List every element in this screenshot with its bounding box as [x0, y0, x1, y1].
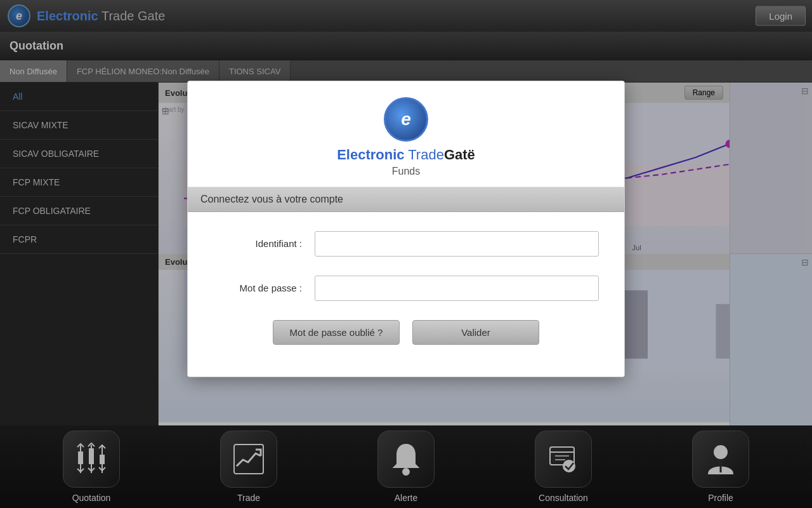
- password-input[interactable]: [315, 276, 599, 301]
- modal-overlay: e Electronic TradeGatë Funds Connectez …: [0, 0, 812, 508]
- form-actions: Mot de passe oublié ? Valider: [213, 320, 599, 358]
- modal-title-electronic: Electronic: [337, 147, 404, 163]
- modal-app-title: Electronic TradeGatë: [337, 147, 475, 163]
- modal-logo-circle: e: [384, 97, 428, 142]
- password-label: Mot de passe :: [213, 283, 315, 293]
- identifiant-input[interactable]: [315, 231, 599, 257]
- modal-logo-area: e Electronic TradeGatë Funds: [188, 81, 624, 187]
- login-modal: e Electronic TradeGatë Funds Connectez …: [187, 81, 625, 377]
- modal-subtitle: Funds: [392, 166, 420, 177]
- valider-button[interactable]: Valider: [412, 320, 539, 345]
- modal-logo-letter: e: [401, 109, 411, 130]
- modal-form-header: Connectez vous à votre compte: [188, 187, 624, 212]
- modal-form-body: Identifiant : Mot de passe : Mot de pass…: [188, 212, 624, 377]
- modal-title-trade: Trade: [408, 147, 444, 163]
- identifiant-row: Identifiant :: [213, 231, 599, 257]
- password-row: Mot de passe :: [213, 276, 599, 301]
- forgot-password-button[interactable]: Mot de passe oublié ?: [273, 320, 400, 345]
- identifiant-label: Identifiant :: [213, 238, 315, 249]
- modal-title-gate: Gate: [444, 147, 475, 163]
